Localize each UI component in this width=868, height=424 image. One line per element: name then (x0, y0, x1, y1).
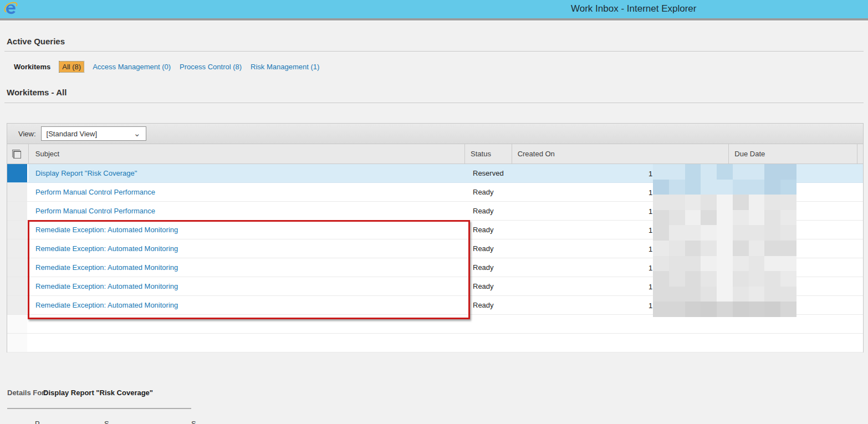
mosaic-block (780, 195, 796, 210)
column-header-due-date[interactable]: Due Date (728, 144, 857, 164)
clipped-text-fragment: S (104, 420, 109, 424)
mosaic-block (701, 225, 717, 241)
created-on-partial-value: 1 (649, 207, 652, 215)
mosaic-block (685, 225, 701, 241)
mosaic-block (749, 210, 765, 226)
titlebar-divider (0, 18, 868, 21)
mosaic-block (733, 180, 749, 195)
created-on-partial-value: 1 (649, 188, 652, 196)
status-cell: Reserved (467, 164, 514, 182)
mosaic-block (701, 302, 717, 317)
mosaic-block (701, 180, 717, 195)
mosaic-block (653, 302, 669, 317)
mosaic-block (749, 180, 765, 195)
mosaic-block (780, 271, 796, 287)
mosaic-block (669, 180, 685, 195)
row-selector[interactable] (7, 183, 28, 201)
status-cell: Ready (467, 202, 514, 220)
subject-link[interactable]: Perform Manual Control Performance (35, 207, 155, 215)
row-selector[interactable] (7, 277, 28, 295)
mosaic-block (780, 180, 796, 195)
redacted-dates-mosaic (653, 164, 796, 317)
row-selector[interactable] (7, 258, 28, 277)
row-selector[interactable] (7, 221, 28, 239)
mosaic-block (780, 241, 796, 256)
work-inbox-page: { "window": { "title": "Work Inbox - Int… (0, 0, 868, 424)
mosaic-block (749, 241, 765, 256)
mosaic-block (780, 225, 796, 241)
internet-explorer-icon (3, 1, 18, 17)
mosaic-block (669, 302, 685, 317)
query-tab-access-management-0[interactable]: Access Management (0) (93, 63, 171, 71)
mosaic-block (685, 210, 701, 226)
mosaic-block (669, 271, 685, 287)
query-tab-risk-management-1[interactable]: Risk Management (1) (251, 63, 319, 71)
row-selector[interactable] (7, 315, 28, 333)
mosaic-block (717, 164, 733, 180)
red-annotation-box (28, 220, 470, 319)
row-selector[interactable] (7, 239, 28, 258)
mosaic-block (653, 180, 669, 195)
mosaic-block (701, 287, 717, 302)
column-header-created-on[interactable]: Created On (512, 144, 729, 164)
workitems-group-label: Workitems (14, 63, 50, 71)
mosaic-block (717, 225, 733, 241)
mosaic-block (669, 225, 685, 241)
mosaic-block (653, 210, 669, 226)
view-dropdown-value: [Standard View] (47, 130, 98, 138)
mosaic-block (749, 256, 765, 272)
mosaic-block (749, 302, 765, 317)
mosaic-block (669, 164, 685, 180)
mosaic-block (764, 271, 780, 287)
query-tab-process-control-8[interactable]: Process Control (8) (180, 63, 242, 71)
mosaic-block (701, 256, 717, 272)
section-divider (4, 103, 864, 103)
row-selector-selected[interactable] (7, 164, 28, 182)
mosaic-block (669, 210, 685, 226)
mosaic-block (749, 195, 765, 210)
mosaic-block (764, 225, 780, 241)
mosaic-block (685, 271, 701, 287)
mosaic-block (764, 164, 780, 180)
mosaic-block (669, 287, 685, 302)
subject-cell: Display Report "Risk Coverage" (28, 164, 467, 182)
mosaic-block (653, 287, 669, 302)
mosaic-block (669, 241, 685, 256)
mosaic-block (749, 164, 765, 180)
row-selector[interactable] (7, 296, 28, 314)
created-on-partial-value: 1 (649, 169, 652, 177)
mosaic-block (780, 164, 796, 180)
created-on-partial-value: 1 (649, 263, 652, 272)
select-all-header-cell[interactable] (7, 144, 28, 164)
mosaic-block (653, 225, 669, 241)
clipped-text-fragment: P (35, 420, 40, 424)
mosaic-block (717, 180, 733, 195)
subject-link[interactable]: Perform Manual Control Performance (35, 188, 155, 196)
mosaic-block (764, 302, 780, 317)
mosaic-block (733, 302, 749, 317)
subject-link[interactable]: Display Report "Risk Coverage" (35, 169, 137, 177)
mosaic-block (701, 195, 717, 210)
mosaic-block (653, 195, 669, 210)
status-cell: Ready (467, 183, 514, 201)
status-cell: Ready (467, 221, 514, 239)
clipped-detail-text: PSS (0, 420, 233, 424)
column-header-filler (857, 144, 863, 164)
mosaic-block (701, 164, 717, 180)
query-tab-all-8[interactable]: All (8) (59, 62, 84, 72)
mosaic-block (764, 180, 780, 195)
row-selector[interactable] (7, 334, 28, 352)
window-title: Work Inbox - Internet Explorer (571, 3, 696, 14)
mosaic-block (653, 241, 669, 256)
row-selector[interactable] (7, 202, 28, 220)
mosaic-block (780, 287, 796, 302)
mosaic-block (733, 210, 749, 226)
chevron-down-icon: ⌄ (134, 131, 141, 136)
column-header-status[interactable]: Status (464, 144, 512, 164)
view-dropdown[interactable]: [Standard View] ⌄ (41, 126, 146, 141)
mosaic-block (749, 225, 765, 241)
column-header-subject[interactable]: Subject (28, 144, 464, 164)
mosaic-block (764, 241, 780, 256)
mosaic-block (653, 164, 669, 180)
mosaic-block (685, 287, 701, 302)
